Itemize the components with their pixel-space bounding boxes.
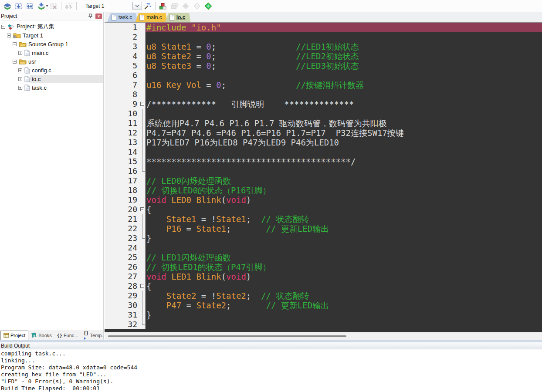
- code-line-9[interactable]: 9−/************* 引脚说明 **************: [105, 99, 542, 109]
- fold-collapse-icon[interactable]: −: [140, 102, 144, 106]
- tree-item-config.c[interactable]: +config.c: [0, 66, 103, 74]
- fold-marker[interactable]: [139, 320, 146, 329]
- document-tab-io-c[interactable]: io.c: [165, 13, 191, 22]
- fold-marker[interactable]: [139, 166, 146, 176]
- code-line-20[interactable]: 20−{: [105, 205, 542, 214]
- code-line-1[interactable]: 1#include "io.h": [105, 23, 542, 32]
- document-tab-task-c[interactable]: task.c: [107, 13, 137, 22]
- fold-marker[interactable]: −: [139, 205, 146, 214]
- code-line-5[interactable]: 5u8 State3 = 0; //LED3初始状态: [105, 61, 542, 71]
- horizontal-scrollbar[interactable]: [105, 332, 542, 340]
- collapse-icon[interactable]: −: [13, 60, 17, 64]
- pack-installer-button[interactable]: [203, 1, 214, 11]
- fold-marker[interactable]: [139, 128, 146, 138]
- code-line-32[interactable]: 32: [105, 320, 542, 329]
- expand-icon[interactable]: +: [18, 86, 22, 90]
- code-line-6[interactable]: 6: [105, 71, 542, 80]
- code-line-14[interactable]: 14: [105, 147, 542, 157]
- fold-guide-line: [142, 109, 142, 118]
- code-view[interactable]: 1#include "io.h"23u8 State1 = 0; //LED1初…: [105, 23, 542, 332]
- batch-build-button[interactable]: [36, 1, 47, 11]
- fold-marker[interactable]: [139, 224, 146, 233]
- code-line-text: }: [146, 310, 542, 320]
- document-tab-main-c[interactable]: main.c: [135, 13, 167, 22]
- code-line-3[interactable]: 3u8 State1 = 0; //LED1初始状态: [105, 42, 542, 51]
- code-line-13[interactable]: 13P17为LED7 P16为LED8 P47为LED9 P46为LED10: [105, 138, 542, 147]
- options-for-target-button[interactable]: [142, 1, 153, 11]
- dropdown-icon: [135, 4, 139, 7]
- rebuild-button[interactable]: [24, 1, 36, 11]
- translate-button[interactable]: [2, 1, 13, 11]
- code-line-text: [146, 243, 542, 253]
- tree-item-main.c[interactable]: +main.c: [0, 48, 103, 57]
- code-line-27[interactable]: 27void LED1_Blink(void): [105, 272, 542, 281]
- code-line-text: 系统使用P4.7 P4.6 P1.6 P1.7 驱动数码管，数码管为共阳极: [146, 118, 542, 128]
- collapse-icon[interactable]: −: [1, 25, 5, 29]
- fold-margin: [139, 80, 146, 90]
- line-number: 9: [105, 99, 139, 109]
- code-line-24[interactable]: 24: [105, 243, 542, 253]
- collapse-icon[interactable]: −: [7, 34, 11, 37]
- fold-marker[interactable]: [139, 301, 146, 310]
- close-icon[interactable]: x: [95, 14, 102, 19]
- editor-area[interactable]: task.cmain.cio.c 1#include "io.h"23u8 St…: [105, 12, 542, 340]
- fold-collapse-icon[interactable]: −: [140, 284, 144, 288]
- code-line-text: // LED1闪烁处理函数: [146, 253, 542, 262]
- fold-marker[interactable]: [139, 291, 146, 301]
- pin-icon[interactable]: [87, 13, 94, 20]
- code-line-text: u8 State2 = 0; //LED2初始状态: [146, 51, 542, 61]
- code-line-22[interactable]: 22 P16 = State1; // 更新LED输出: [105, 224, 542, 233]
- fold-marker[interactable]: [139, 147, 146, 157]
- code-line-16[interactable]: 16: [105, 166, 542, 176]
- fold-marker[interactable]: −: [139, 99, 146, 109]
- code-line-12[interactable]: 12P4.7=P47 P4.6 =P46 P1.6=P16 P1.7=P17 P…: [105, 128, 542, 138]
- expand-icon[interactable]: +: [18, 51, 22, 55]
- fold-marker[interactable]: [139, 109, 146, 118]
- fold-collapse-icon[interactable]: −: [140, 207, 144, 211]
- build-icon: [14, 2, 23, 10]
- fold-marker[interactable]: [139, 157, 146, 166]
- fold-marker[interactable]: [139, 310, 146, 320]
- code-line-8[interactable]: 8: [105, 90, 542, 99]
- collapse-icon[interactable]: −: [13, 42, 17, 46]
- fold-margin: [139, 71, 146, 80]
- code-line-21[interactable]: 21 State1 = !State1; // 状态翻转: [105, 214, 542, 224]
- code-line-26[interactable]: 26// 切换LED1的状态（P47引脚）: [105, 262, 542, 272]
- code-line-18[interactable]: 18// 切换LED0的状态（P16引脚）: [105, 186, 542, 195]
- fold-marker[interactable]: −: [139, 281, 146, 291]
- fold-marker[interactable]: [139, 118, 146, 128]
- manage-rte-button[interactable]: [157, 1, 169, 11]
- code-line-23[interactable]: 23}: [105, 233, 542, 243]
- code-line-4[interactable]: 4u8 State2 = 0; //LED2初始状态: [105, 51, 542, 61]
- build-button[interactable]: [13, 1, 24, 11]
- code-line-10[interactable]: 10: [105, 109, 542, 118]
- tree-item-project-[interactable]: −Project: 第八集: [0, 22, 103, 31]
- code-line-19[interactable]: 19void LED0_Blink(void): [105, 195, 542, 205]
- view-tab-func[interactable]: {}Func...: [54, 331, 81, 340]
- view-tab-project[interactable]: Project: [0, 331, 28, 340]
- view-tab-books[interactable]: ?Books: [28, 331, 54, 340]
- tree-item-usr[interactable]: −usr: [0, 57, 103, 66]
- fold-marker[interactable]: [139, 138, 146, 147]
- code-line-17[interactable]: 17// LED0闪烁处理函数: [105, 176, 542, 186]
- code-line-28[interactable]: 28−{: [105, 281, 542, 291]
- tree-item-io.c[interactable]: +io.c: [0, 74, 103, 83]
- code-line-7[interactable]: 7u16 Key_Vol = 0; //按键消抖计数器: [105, 80, 542, 90]
- scrollbar-thumb[interactable]: [108, 335, 346, 337]
- tree-item-task.c[interactable]: +task.c: [0, 83, 103, 92]
- code-line-31[interactable]: 31}: [105, 310, 542, 320]
- fold-marker[interactable]: [139, 214, 146, 224]
- tree-item-target-1[interactable]: −Target 1: [0, 31, 103, 40]
- code-line-11[interactable]: 11系统使用P4.7 P4.6 P1.6 P1.7 驱动数码管，数码管为共阳极: [105, 118, 542, 128]
- target-select[interactable]: Target 1: [81, 2, 126, 10]
- fold-marker[interactable]: [139, 233, 146, 243]
- code-line-15[interactable]: 15**************************************…: [105, 157, 542, 166]
- code-line-2[interactable]: 2: [105, 32, 542, 42]
- expand-icon[interactable]: +: [18, 68, 22, 72]
- expand-icon[interactable]: +: [18, 77, 22, 81]
- tree-item-source-group-1[interactable]: −Source Group 1: [0, 40, 103, 48]
- code-line-25[interactable]: 25// LED1闪烁处理函数: [105, 253, 542, 262]
- code-line-29[interactable]: 29 State2 = !State2; // 状态翻转: [105, 291, 542, 301]
- code-line-30[interactable]: 30 P47 = State2; // 更新LED输出: [105, 301, 542, 310]
- target-dropdown-button[interactable]: [132, 2, 142, 10]
